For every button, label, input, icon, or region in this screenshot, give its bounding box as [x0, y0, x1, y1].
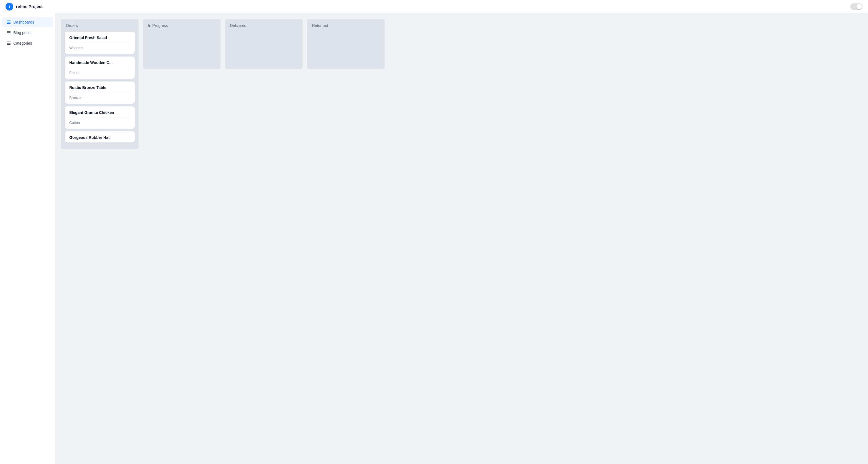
- sidebar-item-categories[interactable]: Categories: [2, 38, 53, 48]
- card-handmade-wooden[interactable]: Handmade Wooden C... Fresh: [65, 57, 135, 79]
- card-subtitle: Fresh: [65, 68, 135, 79]
- main-layout: Dashboards Blog posts Categories Orders …: [0, 13, 868, 464]
- sidebar-label-categories: Categories: [13, 41, 32, 45]
- card-subtitle: Bronze: [65, 93, 135, 104]
- column-header-returned: Returned: [311, 23, 381, 28]
- returned-empty: [311, 32, 381, 65]
- blog-posts-icon: [7, 31, 10, 34]
- column-in-progress: In Progress: [143, 19, 221, 69]
- logo-initial: i: [9, 4, 10, 9]
- delivered-empty: [229, 32, 299, 65]
- column-header-delivered: Delivered: [229, 23, 299, 28]
- logo-icon: i: [5, 3, 13, 10]
- column-returned: Returned: [307, 19, 385, 69]
- card-title: Gorgeous Rubber Hat: [65, 131, 135, 143]
- card-rustic-bronze-table[interactable]: Rustic Bronze Table Bronze: [65, 82, 135, 104]
- categories-icon: [7, 41, 10, 45]
- toggle-knob: [859, 5, 861, 8]
- dashboards-icon: [7, 21, 10, 24]
- card-elegant-granite-chicken[interactable]: Elegant Granite Chicken Cotton: [65, 106, 135, 129]
- sidebar-item-dashboards[interactable]: Dashboards: [2, 17, 53, 27]
- card-title: Rustic Bronze Table: [65, 82, 135, 93]
- card-title: Handmade Wooden C...: [65, 57, 135, 68]
- column-orders: Orders Oriental Fresh Salad Wooden Handm…: [61, 19, 138, 149]
- theme-toggle[interactable]: [850, 3, 863, 10]
- card-subtitle: Cotton: [65, 118, 135, 129]
- logo-area: i refine Project: [5, 3, 43, 10]
- card-title: Oriental Fresh Salad: [65, 32, 135, 43]
- card-oriental-fresh-salad[interactable]: Oriental Fresh Salad Wooden: [65, 32, 135, 54]
- card-subtitle: Wooden: [65, 43, 135, 54]
- card-gorgeous-rubber-hat[interactable]: Gorgeous Rubber Hat: [65, 131, 135, 143]
- kanban-board: Orders Oriental Fresh Salad Wooden Handm…: [55, 13, 868, 464]
- in-progress-empty: [147, 32, 217, 65]
- sidebar-label-blog-posts: Blog posts: [13, 30, 31, 35]
- card-title: Elegant Granite Chicken: [65, 106, 135, 118]
- column-header-orders: Orders: [65, 23, 135, 28]
- sidebar-item-blog-posts[interactable]: Blog posts: [2, 28, 53, 38]
- app-name: refine Project: [16, 4, 43, 9]
- column-header-in-progress: In Progress: [147, 23, 217, 28]
- app-header: i refine Project: [0, 0, 868, 13]
- sidebar: Dashboards Blog posts Categories: [0, 13, 55, 464]
- column-delivered: Delivered: [225, 19, 303, 69]
- sidebar-label-dashboards: Dashboards: [13, 20, 34, 24]
